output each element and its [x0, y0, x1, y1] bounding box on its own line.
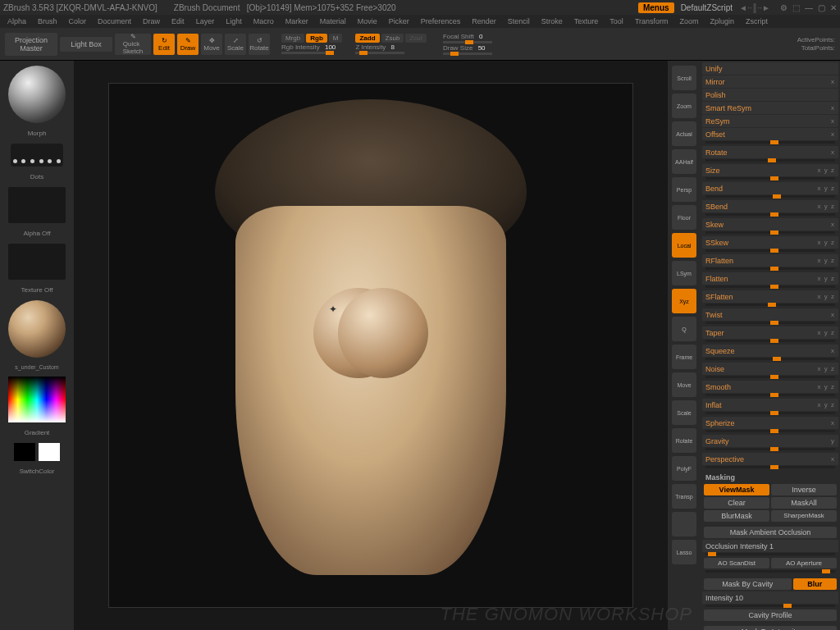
deform-offset-slider[interactable] [705, 141, 835, 144]
rtool-lsym[interactable]: LSym [672, 261, 696, 285]
rtool-local[interactable]: Local [672, 233, 696, 258]
deform-flatten[interactable]: Flattenx y z [702, 272, 838, 285]
rtool-move[interactable]: Move [672, 372, 696, 397]
deform-rotate[interactable]: Rotatex [702, 146, 838, 158]
rtool-scale[interactable]: Scale [672, 400, 696, 425]
menu-marker[interactable]: Marker [281, 17, 313, 25]
zcut-button[interactable]: Zcut [405, 34, 427, 43]
focal-shift-slider[interactable] [443, 41, 492, 43]
deform-taper[interactable]: Taperx y z [702, 326, 838, 339]
clear-button[interactable]: Clear [704, 497, 769, 509]
deform-noise-slider[interactable] [705, 376, 835, 378]
deform-bend[interactable]: Bendx y z [702, 182, 838, 194]
rtool-aahalf[interactable]: AAHalf [672, 149, 696, 174]
deform-rflatten[interactable]: RFlattenx y z [702, 254, 838, 267]
m-button[interactable]: M [329, 34, 343, 43]
cavity-profile-button[interactable]: Cavity Profile [704, 609, 837, 621]
blurmask-button[interactable]: BlurMask [704, 510, 769, 522]
default-zscript[interactable]: DefaultZScript [678, 3, 736, 12]
minimize-icon[interactable]: — [805, 3, 813, 12]
switchcolor-label[interactable]: SwitchColor [20, 468, 55, 475]
deform-smart-resym[interactable]: Smart ReSymx [702, 102, 838, 114]
color-picker[interactable] [8, 377, 66, 422]
menu-brush[interactable]: Brush [34, 17, 62, 25]
deform-skew[interactable]: Skewx [702, 218, 838, 231]
deform-taper-slider[interactable] [705, 340, 835, 342]
occlusion-intensity-row[interactable]: Occlusion Intensity 1 [702, 540, 838, 552]
deform-squeeze[interactable]: Squeezex [702, 345, 838, 357]
deform-twist[interactable]: Twistx [702, 308, 838, 321]
unify-row[interactable]: Unify [702, 62, 838, 75]
zintensity-slider[interactable] [355, 52, 404, 54]
pin-icon[interactable]: ⬚ [792, 3, 800, 12]
menu-alpha[interactable]: Alpha [3, 17, 30, 25]
menu-draw[interactable]: Draw [139, 17, 164, 25]
rtool-persp[interactable]: Persp [672, 177, 696, 202]
deform-gravity[interactable]: Gravityy [702, 435, 838, 447]
deform-bend-slider[interactable] [705, 195, 835, 198]
rtool-q[interactable]: Q [672, 317, 696, 341]
swatch-black[interactable] [14, 443, 35, 461]
inverse-button[interactable]: Inverse [771, 484, 837, 495]
close-icon[interactable]: ✕ [830, 3, 837, 12]
deform-noise[interactable]: Noisex y z [702, 363, 838, 375]
menu-transform[interactable]: Transform [631, 17, 673, 25]
deform-rotate-slider[interactable] [705, 159, 835, 162]
zadd-button[interactable]: Zadd [355, 34, 379, 43]
deform-inflat[interactable]: Inflatx y z [702, 399, 838, 411]
deform-mirror[interactable]: Mirrorx [702, 75, 838, 88]
deform-size[interactable]: Sizex y z [702, 164, 838, 176]
rtool-scroll[interactable]: Scroll [672, 66, 696, 90]
deform-resym[interactable]: ReSymx [702, 115, 838, 127]
deform-gravity-slider[interactable] [705, 448, 835, 450]
viewport[interactable]: ✦ [74, 61, 668, 630]
menu-render[interactable]: Render [468, 17, 500, 25]
menu-macro[interactable]: Macro [249, 17, 278, 25]
occlusion-intensity-slider[interactable] [705, 553, 835, 555]
stroke-preview[interactable] [11, 144, 63, 167]
cavity-intensity-row[interactable]: Intensity 10 [702, 591, 838, 604]
move-button[interactable]: ✥Move [201, 34, 222, 55]
deform-rflatten-slider[interactable] [705, 267, 835, 270]
deform-spherize-slider[interactable] [705, 430, 835, 432]
rgb-intensity-slider[interactable] [281, 52, 331, 54]
audio-icons[interactable]: ◄··║··► [739, 3, 770, 12]
ao-aperture-button[interactable]: AO Aperture [771, 558, 837, 568]
rtool-floor[interactable]: Floor [672, 205, 696, 230]
deform-inflat-slider[interactable] [705, 412, 835, 414]
cavity-intensity-slider[interactable] [705, 605, 835, 607]
rtool-xyz[interactable]: Xyz [672, 289, 696, 313]
deform-skew-slider[interactable] [705, 231, 835, 234]
deform-spherize[interactable]: Spherizex [702, 417, 838, 429]
quicksketch-button[interactable]: ✎Quick Sketch [115, 34, 151, 55]
scale-button[interactable]: ⤢Scale [225, 34, 246, 55]
deform-perspective[interactable]: Perspectivex [702, 453, 838, 465]
draw-button[interactable]: ✎Draw [177, 34, 199, 55]
menu-zplugin[interactable]: Zplugin [706, 17, 739, 25]
menu-light[interactable]: Light [221, 17, 246, 25]
rtool-polyf[interactable]: PolyF [672, 456, 696, 481]
zsub-button[interactable]: Zsub [381, 34, 404, 43]
rgb-button[interactable]: Rgb [306, 34, 327, 43]
rtool-rotate[interactable]: Rotate [672, 428, 696, 453]
ao-scandist-button[interactable]: AO ScanDist [704, 558, 769, 568]
deform-smooth-slider[interactable] [705, 394, 835, 396]
deform-sbend-slider[interactable] [705, 213, 835, 216]
projection-master-button[interactable]: Projection Master [5, 33, 57, 56]
deform-squeeze-slider[interactable] [705, 358, 835, 360]
lightbox-button[interactable]: Light Box [60, 37, 112, 52]
deform-sflatten[interactable]: SFlattenx y z [702, 290, 838, 303]
sharpenmask-button[interactable]: SharpenMask [771, 510, 837, 522]
mask-cavity-button[interactable]: Mask By Cavity [704, 578, 792, 590]
menu-stroke[interactable]: Stroke [537, 17, 567, 25]
texture-preview[interactable] [8, 244, 66, 280]
menu-movie[interactable]: Movie [354, 17, 381, 25]
menu-edit[interactable]: Edit [167, 17, 189, 25]
deform-offset[interactable]: Offsetx [702, 128, 838, 140]
menu-zoom[interactable]: Zoom [676, 17, 703, 25]
rtool-frame[interactable]: Frame [672, 345, 696, 369]
material-preview[interactable] [8, 300, 66, 358]
deform-twist-slider[interactable] [705, 322, 835, 324]
rotate-button[interactable]: ↺Rotate [249, 34, 270, 55]
deform-sbend[interactable]: SBendx y z [702, 200, 838, 212]
